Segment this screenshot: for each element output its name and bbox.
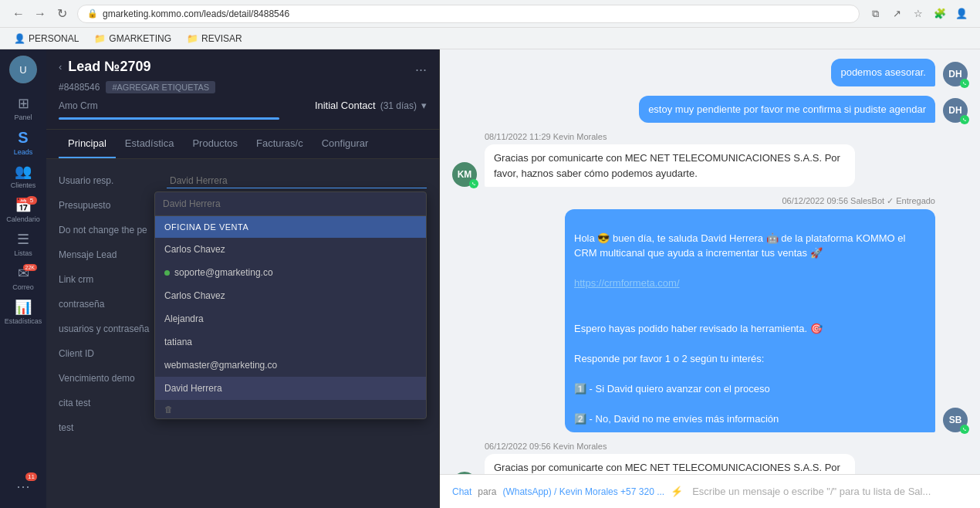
msg-text-outgoing2: estoy muy pendiente por favor me confirm… (639, 96, 935, 124)
bookmark-personal-label: PERSONAL (29, 33, 79, 44)
sidebar-item-lists[interactable]: ☰ Listas (8, 229, 39, 259)
share-button[interactable]: ↗ (887, 5, 906, 23)
sidebar-item-leads[interactable]: S Leads (8, 127, 39, 157)
field-label-vencimiento: Vencimiento demo (59, 373, 167, 384)
whatsapp-badge3 (469, 179, 478, 188)
forward-button[interactable]: → (31, 5, 49, 23)
tab-configurar[interactable]: Configurar (313, 130, 378, 158)
sidebar-label-leads: Leads (14, 148, 33, 156)
sidebar-label-clients: Clientes (11, 181, 36, 189)
trash-icon: 🗑 (164, 405, 173, 414)
lead-panel: ‹ Lead №2709 ... #8488546 #AGREGAR ETIQU… (46, 49, 440, 508)
sidebar-item-clients[interactable]: 👥 Clientes (8, 161, 39, 191)
dropdown-item-david[interactable]: David Herrera (155, 377, 426, 400)
stage-label: Initial Contact (315, 100, 376, 111)
salesbot-text1: Hola 😎 buen día, te saluda David Herrera… (574, 232, 905, 259)
lead-title: Lead №2709 (68, 59, 415, 75)
bookmark-gmarketing-icon: 📁 (94, 33, 106, 44)
chat-input-placeholder: Escribe un mensaje o escribe "/" para tu… (692, 486, 931, 497)
usuario-resp-input[interactable] (167, 174, 427, 188)
url-text: gmarketing.kommo.com/leads/detail/848854… (103, 8, 289, 19)
reload-button[interactable]: ↻ (52, 5, 71, 23)
message-content-incoming2: 06/12/2022 09:56 Kevin Morales Gracias p… (485, 442, 855, 474)
dropdown-item-carlos1[interactable]: Carlos Chavez (155, 238, 426, 261)
sender-avatar-dh: DH (943, 62, 968, 86)
user-avatar[interactable]: U (9, 56, 37, 83)
back-arrow[interactable]: ‹ (59, 61, 62, 73)
tab-productos[interactable]: Productos (183, 130, 247, 158)
sidebar-item-panel[interactable]: ⊞ Panel (8, 93, 39, 124)
more-badge: 11 (25, 472, 37, 481)
stage-days: (31 días) (380, 100, 417, 111)
chat-footer: Chat para (WhatsApp) / Kevin Morales +57… (440, 474, 980, 508)
back-button[interactable]: ← (9, 5, 28, 23)
field-label-cita-test: cita test (59, 398, 167, 408)
dropdown-item-alejandra[interactable]: Alejandra (155, 307, 426, 330)
dropdown-item-soporte-label: soporte@gmarketing.co (174, 267, 273, 278)
calendar-badge: 5 (26, 196, 37, 205)
mail-badge: 22K (23, 264, 37, 271)
stage-progress-bar (59, 117, 279, 120)
dropdown-item-carlos2[interactable]: Carlos Chavez (155, 284, 426, 307)
dropdown-trash-icon-row: 🗑 (155, 400, 426, 418)
tab-principal[interactable]: Principal (59, 130, 116, 158)
lead-more-button[interactable]: ... (415, 59, 427, 75)
bookmark-personal-icon: 👤 (14, 33, 25, 44)
lock-icon: 🔒 (87, 8, 98, 19)
sidebar-label-stats: Estadísticas (5, 317, 42, 325)
field-usuario-resp: Usuario resp. OFICINA DE VENTA Carlos Ch… (46, 168, 439, 193)
chat-footer-sep1: para (478, 486, 496, 497)
message-row-incoming1: KM 08/11/2022 11:29 Kevin Morales Gracia… (452, 132, 968, 187)
lists-icon: ☰ (17, 231, 29, 248)
browser-actions: ⧉ ↗ ☆ 🧩 👤 (866, 5, 971, 23)
sidebar-label-lists: Listas (14, 249, 32, 257)
message-row-outgoing1: DH podemos asesorar. (452, 59, 968, 86)
dropdown-item-webmaster[interactable]: webmaster@gmarketing.co (155, 354, 426, 377)
tab-facturas[interactable]: Facturas/c (247, 130, 313, 158)
extension-button[interactable]: 🧩 (931, 5, 949, 23)
chat-input[interactable]: Escribe un mensaje o escribe "/" para tu… (689, 483, 968, 500)
sidebar-label-mail: Correo (12, 283, 34, 291)
sidebar-item-mail[interactable]: ✉ Correo 22K (8, 262, 39, 293)
dropdown-item-tatiana[interactable]: tatiana (155, 330, 426, 354)
bookmark-personal[interactable]: 👤 PERSONAL (9, 32, 83, 46)
bookmark-button[interactable]: ☆ (909, 5, 928, 23)
whatsapp-badge2 (960, 115, 969, 124)
url-bar[interactable]: 🔒 gmarketing.kommo.com/leads/detail/8488… (77, 5, 860, 23)
stage-dropdown-arrow[interactable]: ▾ (421, 100, 427, 111)
msg-text-incoming2: Gracias por comunicarte con MEC NET TELE… (485, 454, 855, 474)
chat-channel-name[interactable]: (WhatsApp) / Kevin Morales +57 320 ... (502, 486, 664, 497)
dropdown-item-oficina[interactable]: OFICINA DE VENTA (155, 216, 426, 238)
bookmark-revisar-label: REVISAR (201, 33, 242, 44)
sidebar-item-more[interactable]: ⋯ 11 (8, 471, 39, 502)
online-indicator (164, 270, 170, 276)
svg-text:U: U (19, 64, 26, 76)
lightning-icon: ⚡ (671, 486, 683, 497)
salesbot-text2: Espero hayas podido haber revisado la he… (574, 323, 823, 425)
bookmark-gmarketing[interactable]: 📁 GMARKETING (90, 32, 176, 46)
tab-estadistica[interactable]: Estadística (116, 130, 184, 158)
message-row-salesbot: SB 06/12/2022 09:56 SalesBot ✓ Entregado… (452, 196, 968, 432)
chat-channel-label[interactable]: Chat (452, 486, 471, 497)
sidebar-label-calendar: Calendario (6, 215, 40, 223)
sidebar-item-stats[interactable]: 📊 Estadísticas (8, 296, 39, 327)
leads-icon: S (18, 129, 28, 147)
lead-header-top: ‹ Lead №2709 ... (59, 59, 427, 75)
browser-bar: ← → ↻ 🔒 gmarketing.kommo.com/leads/detai… (0, 0, 980, 28)
msg-meta-salesbot: 06/12/2022 09:56 SalesBot ✓ Entregado (565, 196, 935, 206)
lead-tag[interactable]: #AGREGAR ETIQUETAS (106, 81, 215, 93)
sidebar-item-calendar[interactable]: 📅 Calendario 5 (8, 195, 39, 225)
field-label-presupuesto: Presupuesto (59, 200, 167, 211)
app-body: U ⊞ Panel S Leads 👥 Clientes 📅 Calendari… (0, 49, 980, 508)
clients-icon: 👥 (15, 163, 32, 180)
salesbot-link[interactable]: https://crmformeta.com/ (574, 277, 680, 289)
lead-fields: Usuario resp. OFICINA DE VENTA Carlos Ch… (46, 159, 439, 508)
dropdown-search-input[interactable] (155, 192, 426, 216)
screen-cast-button[interactable]: ⧉ (866, 5, 884, 23)
browser-nav: ← → ↻ (9, 5, 71, 23)
lead-id: #8488546 (59, 82, 100, 93)
message-bubble-outgoing2: estoy muy pendiente por favor me confirm… (639, 96, 935, 124)
bookmark-revisar[interactable]: 📁 REVISAR (182, 32, 247, 46)
dropdown-item-soporte[interactable]: soporte@gmarketing.co (155, 261, 426, 284)
profile-button[interactable]: 👤 (952, 5, 971, 23)
